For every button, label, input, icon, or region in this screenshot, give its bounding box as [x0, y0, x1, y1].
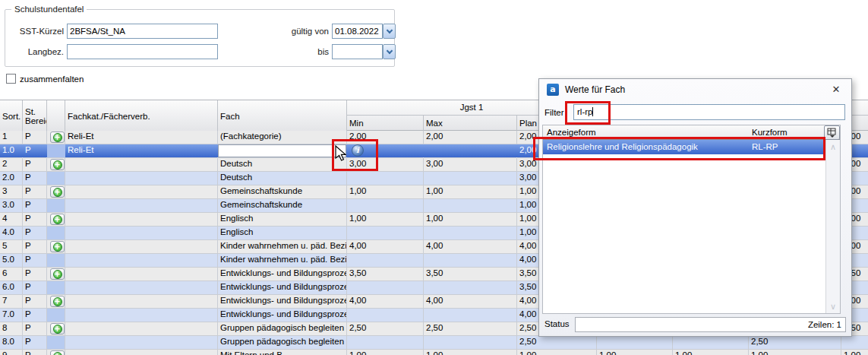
cell-fachkat[interactable]	[65, 158, 218, 172]
cell-min2[interactable]	[597, 336, 673, 350]
cell-bereich[interactable]: P	[23, 309, 47, 322]
cell-max[interactable]: 1,00	[424, 350, 517, 355]
scroll-down-icon[interactable]: ∨	[826, 300, 840, 313]
list-scrollbar[interactable]: ∧ ∨	[825, 140, 840, 313]
cell-fach[interactable]: Gruppen pädagogisch begleiten	[218, 322, 347, 336]
cell-btn[interactable]: +	[47, 322, 65, 336]
cell-fach[interactable]: Entwicklungs- und Bildungsprozesse ...	[218, 268, 347, 281]
cell-fachkat[interactable]	[65, 350, 218, 355]
cell-bereich[interactable]: P	[23, 322, 47, 336]
cell-fachkat[interactable]	[65, 309, 218, 322]
cell-max2[interactable]	[673, 336, 749, 350]
add-button[interactable]: +	[50, 214, 65, 225]
cell-btn[interactable]: +	[47, 295, 65, 309]
cell-sort[interactable]: 2.0	[0, 172, 23, 185]
column-chooser-button[interactable]	[824, 125, 840, 140]
cell-max[interactable]: 1,00	[424, 185, 517, 199]
cell-sort[interactable]: 6	[0, 268, 23, 281]
cell-btn[interactable]: +	[47, 268, 65, 281]
cell-sort[interactable]: 5.0	[0, 254, 23, 268]
cell-max[interactable]	[424, 281, 517, 295]
cell-btn[interactable]: +	[47, 213, 65, 227]
cell-min[interactable]: 1,00	[347, 213, 424, 227]
cell-bereich[interactable]: P	[23, 199, 47, 213]
cell-sort[interactable]: 6.0	[0, 281, 23, 295]
add-button[interactable]: +	[50, 350, 65, 355]
cell-btn[interactable]	[47, 336, 65, 350]
cell-fachkat[interactable]	[65, 185, 218, 199]
add-button[interactable]: +	[50, 132, 65, 143]
add-button[interactable]: +	[50, 296, 65, 307]
cell-min[interactable]	[347, 172, 424, 185]
cell-sort[interactable]: 4.0	[0, 227, 23, 240]
cell-min[interactable]: 1,00	[347, 185, 424, 199]
cell-fachkat[interactable]	[65, 336, 218, 350]
cell-btn[interactable]	[47, 144, 65, 158]
cell-bereich[interactable]: P	[23, 158, 47, 172]
cell-min[interactable]: 4,00	[347, 295, 424, 309]
add-button[interactable]: +	[50, 241, 65, 252]
cell-btn[interactable]	[47, 199, 65, 213]
cell-bereich[interactable]: P	[23, 254, 47, 268]
cell-fach[interactable]: Deutsch	[218, 172, 347, 185]
add-button[interactable]: +	[50, 268, 65, 280]
cell-bereich[interactable]: P	[23, 350, 47, 355]
cell-sort[interactable]: 4	[0, 213, 23, 227]
cell-plan2[interactable]: 1,00	[749, 350, 841, 355]
cell-min[interactable]	[347, 309, 424, 322]
cell-max2[interactable]: 1,00	[673, 350, 749, 355]
cell-fach[interactable]: Mit Eltern und B...	[218, 350, 347, 355]
values-list-row-selected[interactable]: Religionslehre und Religionspädagogik RL…	[543, 140, 840, 154]
cell-fach[interactable]: Kinder wahrnehmen u. päd. Beziehun...	[218, 254, 347, 268]
cell-max[interactable]	[424, 309, 517, 322]
cell-max[interactable]: 4,00	[424, 240, 517, 254]
cell-btn[interactable]	[47, 172, 65, 185]
cell-fachkat[interactable]: Reli-Et	[65, 144, 218, 158]
collapse-checkbox[interactable]	[6, 74, 16, 84]
cell-bereich[interactable]: P	[23, 185, 47, 199]
cell-min[interactable]: 3,50	[347, 268, 424, 281]
cell-bereich[interactable]: P	[23, 281, 47, 295]
cell-btn[interactable]	[47, 254, 65, 268]
header-jgst1-max[interactable]: Max	[424, 116, 517, 131]
langbez-input[interactable]	[67, 44, 218, 59]
cell-fachkat[interactable]	[65, 172, 218, 185]
sst-kuerzel-input[interactable]	[67, 24, 218, 39]
cell-btn[interactable]	[47, 309, 65, 322]
cell-fachkat[interactable]	[65, 295, 218, 309]
header-fach[interactable]: Fach	[218, 100, 347, 132]
cell-fach[interactable]: Englisch	[218, 213, 347, 227]
bis-input[interactable]	[332, 44, 383, 59]
cell-fachkat[interactable]	[65, 213, 218, 227]
cell-sort[interactable]: 7.0	[0, 309, 23, 322]
cell-min[interactable]	[347, 281, 424, 295]
gueltig-von-dropdown-button[interactable]	[383, 24, 396, 39]
cell-sort[interactable]: 1.0	[0, 144, 23, 158]
cell-fach[interactable]: (Fachkategorie)	[218, 131, 347, 144]
cell-bereich[interactable]: P	[23, 213, 47, 227]
cell-bereich[interactable]: P	[23, 144, 47, 158]
cell-min[interactable]	[347, 199, 424, 213]
scroll-up-icon[interactable]: ∧	[826, 140, 840, 154]
cell-fach[interactable]: Englisch	[218, 227, 347, 240]
cell-fachkat[interactable]	[65, 227, 218, 240]
cell-bereich[interactable]: P	[23, 268, 47, 281]
table-row[interactable]: 9P+Mit Eltern und B...1,001,001,001,001,…	[0, 350, 868, 355]
cell-min[interactable]: 3,00	[347, 158, 424, 172]
cell-fach[interactable]: Entwicklungs- und Bildungsprozesse ...	[218, 309, 347, 322]
close-icon[interactable]: ✕	[830, 84, 842, 96]
cell-min3[interactable]	[841, 336, 868, 350]
cell-fachkat[interactable]: Reli-Et	[65, 131, 218, 144]
cell-fach[interactable]: Kinder wahrnehmen u. päd. Beziehun...	[218, 240, 347, 254]
cell-btn[interactable]: +	[47, 158, 65, 172]
add-button[interactable]: +	[50, 186, 65, 198]
cell-sort[interactable]: 1	[0, 131, 23, 144]
cell-min[interactable]: 2,50	[347, 322, 424, 336]
cell-min[interactable]	[347, 336, 424, 350]
cell-sort[interactable]: 2	[0, 158, 23, 172]
cell-max[interactable]: 3,50	[424, 268, 517, 281]
cell-fach[interactable]: Entwicklungs- und Bildungsprozesse ...	[218, 295, 347, 309]
cell-fachkat[interactable]	[65, 268, 218, 281]
cell-fachkat[interactable]	[65, 254, 218, 268]
cell-sort[interactable]: 5	[0, 240, 23, 254]
